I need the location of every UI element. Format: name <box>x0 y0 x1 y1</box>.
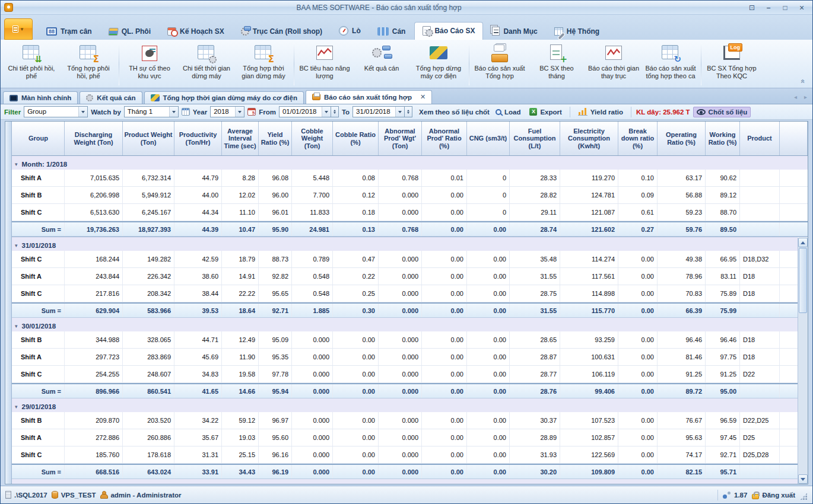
to-date-spinner[interactable] <box>405 106 412 117</box>
tab-scroll-right-icon[interactable]: ▸ <box>801 92 810 101</box>
column-header-abnormal-prod-ratio[interactable]: Abnormal Prod' Ratio (%) <box>422 122 467 155</box>
ribbon-tab-lo[interactable]: Lò <box>331 23 369 40</box>
table-row[interactable]: Shift B344.988328.06544.7112.4995.090.00… <box>5 331 798 349</box>
collapse-chevron-icon[interactable] <box>15 161 18 167</box>
group-row-31-01-2018[interactable]: 31/01/2018 <box>5 237 798 251</box>
year-combobox[interactable]: 2018 <box>210 106 244 117</box>
ribbon-button-ket-qua-can[interactable]: Kết quả cán <box>353 42 410 87</box>
table-row[interactable]: Shift C185.760178.61831.3125.1596.160.00… <box>5 446 798 464</box>
ribbon-button-tong-hop-phoi-hoi-phe[interactable]: ΣTổng hợp phôi hồi, phế <box>60 42 117 87</box>
close-tab-icon[interactable]: ✕ <box>420 93 425 101</box>
document-tab-man-hinh-chinh[interactable]: Màn hình chính <box>3 91 78 104</box>
watch-by-combobox[interactable]: Tháng 1 <box>124 106 179 117</box>
scroll-down-button[interactable] <box>798 474 808 484</box>
column-header-productivity-ton-hr[interactable]: Productivity (Ton/Hr) <box>174 122 222 155</box>
table-row-sum[interactable]: Sum =19,736.26318,927.39344.3910.4795.90… <box>5 221 808 237</box>
load-button[interactable]: Load <box>493 107 523 117</box>
column-header-yield-ratio[interactable]: Yield Ratio (%) <box>259 122 292 155</box>
document-tab-ket-qua-can[interactable]: Kết quả cán <box>80 91 142 104</box>
column-header-average-interval-time-sec[interactable]: Average Interval Time (sec) <box>222 122 259 155</box>
ribbon-tab-can[interactable]: Cán <box>370 24 414 40</box>
ribbon-tab-tram-can[interactable]: Trạm cân <box>39 24 100 40</box>
table-row-sum[interactable]: Sum =629.904583.96639.5318.6492.711.8850… <box>5 302 798 318</box>
ribbon-button-chi-tiet-thoi-gian-dung-may[interactable]: Chi tiết thời gian dừng máy <box>178 42 235 87</box>
table-row[interactable]: Shift B6,206.9985,949.91244.0012.0296.00… <box>5 187 808 204</box>
ribbon-tab-ql-phoi[interactable]: QL. Phôi <box>101 24 158 40</box>
column-header-cobble-weight-ton[interactable]: Cobble Weight (Ton) <box>292 122 333 155</box>
ribbon-button-th-su-co-theo-khu-vuc[interactable]: TH sự cố theo khu vực <box>121 42 178 87</box>
column-header-abnormal-prod-wgt-ton[interactable]: Abnormal Prod' Wgt' (Ton) <box>379 122 422 155</box>
column-header-fuel-consumption-l-t[interactable]: Fuel Consumption (L/t) <box>510 122 560 155</box>
from-date-spinner[interactable] <box>331 106 339 117</box>
maximize-button[interactable] <box>778 2 792 12</box>
document-tab-bao-cao-san-xuat-tong-hop[interactable]: Báo cáo sản xuất tổng hợp✕ <box>306 90 432 104</box>
ribbon-collapse-button[interactable] <box>798 77 808 85</box>
ribbon-button-tong-hop-dung-may-co-dien[interactable]: Tổng hợp dừng máy cơ điện <box>410 42 467 87</box>
application-menu-button[interactable]: ▼ <box>4 18 33 40</box>
ribbon-button-chi-tiet-phoi-hoi-phe[interactable]: ⇊Chi tiết phôi hồi, phế <box>3 42 60 87</box>
yield-ratio-button[interactable]: Yield ratio <box>575 107 626 117</box>
group-row-28-01-2018[interactable]: 28/01/2018 <box>5 479 798 484</box>
fullscreen-button[interactable] <box>745 2 759 12</box>
chevron-down-icon[interactable] <box>169 107 178 117</box>
ribbon-button-bc-tieu-hao-nang-luong[interactable]: BC tiêu hao năng lượng <box>296 42 353 87</box>
ribbon-tab-danh-muc[interactable]: Danh Mục <box>484 23 545 40</box>
ribbon-tab-truc-can-roll-shop[interactable]: Trục Cán (Roll shop) <box>233 24 330 40</box>
table-row[interactable]: Shift C254.255248.60734.8319.5897.780.00… <box>5 366 798 383</box>
scroll-up-button[interactable] <box>798 238 808 247</box>
group-row-month-1-2018[interactable]: Month: 1/2018 <box>5 156 808 170</box>
table-row-sum[interactable]: Sum =896.966860.54141.6514.6695.940.0000… <box>5 383 798 398</box>
column-header-electricity-consumption-kwh-t[interactable]: Electricity Consumption (Kwh/t) <box>560 122 618 155</box>
collapse-chevron-icon[interactable] <box>15 404 18 410</box>
column-header-cobble-ratio[interactable]: Cobble Ratio (%) <box>333 122 379 155</box>
close-button[interactable] <box>795 2 809 12</box>
chevron-down-icon[interactable] <box>78 107 87 117</box>
ribbon-button-bc-sx-tong-hop-theo-kqc[interactable]: LogBC SX Tổng hợp Theo KQC <box>703 42 760 87</box>
table-row[interactable]: Shift A297.723283.86945.6911.9095.350.00… <box>5 349 798 366</box>
chevron-down-icon[interactable] <box>235 107 244 117</box>
ribbon-button-bao-cao-thoi-gian-thay-truc[interactable]: Báo cáo thời gian thay trục <box>585 42 642 87</box>
filter-combobox[interactable]: Group <box>24 106 88 117</box>
column-header-group[interactable]: Group <box>12 122 65 155</box>
chevron-down-icon[interactable] <box>395 107 404 117</box>
group-row-30-01-2018[interactable]: 30/01/2018 <box>5 318 798 331</box>
from-date-input[interactable]: 01/01/2018 <box>279 106 331 117</box>
table-row[interactable]: Shift A243.844226.34238.6014.9192.820.54… <box>5 268 798 285</box>
column-header-break-down-ratio[interactable]: Break down ratio (%) <box>618 122 658 155</box>
scrollbar-thumb[interactable] <box>799 248 807 313</box>
vertical-scrollbar[interactable] <box>798 238 808 484</box>
table-row[interactable]: Shift C6,513.6306,245.16744.3411.1096.01… <box>5 204 808 221</box>
tab-scroll-left-icon[interactable]: ◂ <box>791 92 800 101</box>
export-button[interactable]: Export <box>526 107 564 117</box>
ribbon-tab-ke-hoach-sx[interactable]: Kế Hoạch SX <box>160 24 232 40</box>
to-date-input[interactable]: 31/01/2018 <box>352 106 405 117</box>
group-row-29-01-2018[interactable]: 29/01/2018 <box>5 398 798 412</box>
table-row[interactable]: Shift C217.816208.34238.4422.2295.650.54… <box>5 285 798 302</box>
column-header-cng-sm3-t[interactable]: CNG (sm3/t) <box>467 122 510 155</box>
column-header-product-weight-ton[interactable]: Product Weight (Ton) <box>123 122 174 155</box>
ribbon-tab-bao-cao-sx[interactable]: Báo Cáo SX <box>414 22 483 40</box>
column-header-working-ratio[interactable]: Working Ratio (%) <box>706 122 740 155</box>
logout-button[interactable]: Đăng xuất <box>752 491 795 499</box>
ribbon-tab-he-thong[interactable]: Hệ Thống <box>547 24 607 40</box>
column-header-blank[interactable] <box>780 122 808 155</box>
ribbon-button-bao-cao-san-xuat-tong-hop-theo-ca[interactable]: ↻Báo cáo sản xuất tổng hợp theo ca <box>642 42 699 87</box>
ribbon-button-tong-hop-thoi-gian-dung-may[interactable]: ΣTổng hợp thời gian dừng máy <box>235 42 292 87</box>
column-header-operating-ratio[interactable]: Operating Ratio (%) <box>658 122 706 155</box>
table-row[interactable]: Shift C168.244149.28242.5918.7988.730.78… <box>5 251 798 268</box>
resize-grip[interactable] <box>800 493 808 500</box>
table-row[interactable]: Shift A272.886260.88635.6719.0395.600.00… <box>5 429 798 446</box>
minimize-button[interactable] <box>761 2 776 12</box>
column-header-product[interactable]: Product <box>740 122 780 155</box>
chevron-down-icon[interactable] <box>322 107 331 117</box>
ribbon-button-bc-sx-theo-thang[interactable]: +BC SX theo tháng <box>528 42 585 87</box>
document-tab-tong-hop-thoi-gian-dung-may-do-co-dien[interactable]: Tổng hợp thời gian dừng máy do cơ điện <box>144 91 304 104</box>
ribbon-button-bao-cao-san-xuat-tong-hop[interactable]: Báo cáo sản xuất Tổng hợp <box>471 42 528 87</box>
collapse-chevron-icon[interactable] <box>15 323 18 329</box>
final-data-button[interactable]: Chốt số liệu <box>693 107 751 117</box>
table-row[interactable]: Shift B209.870203.52034.2259.1296.970.00… <box>5 412 798 429</box>
column-header-discharging-weight-ton[interactable]: Discharging Weight (Ton) <box>65 122 123 155</box>
collapse-chevron-icon[interactable] <box>15 243 18 248</box>
table-row-sum[interactable]: Sum =668.516643.02433.9134.4396.190.0000… <box>5 464 798 479</box>
table-row[interactable]: Shift A7,015.6356,732.31444.798.2896.085… <box>5 170 808 187</box>
